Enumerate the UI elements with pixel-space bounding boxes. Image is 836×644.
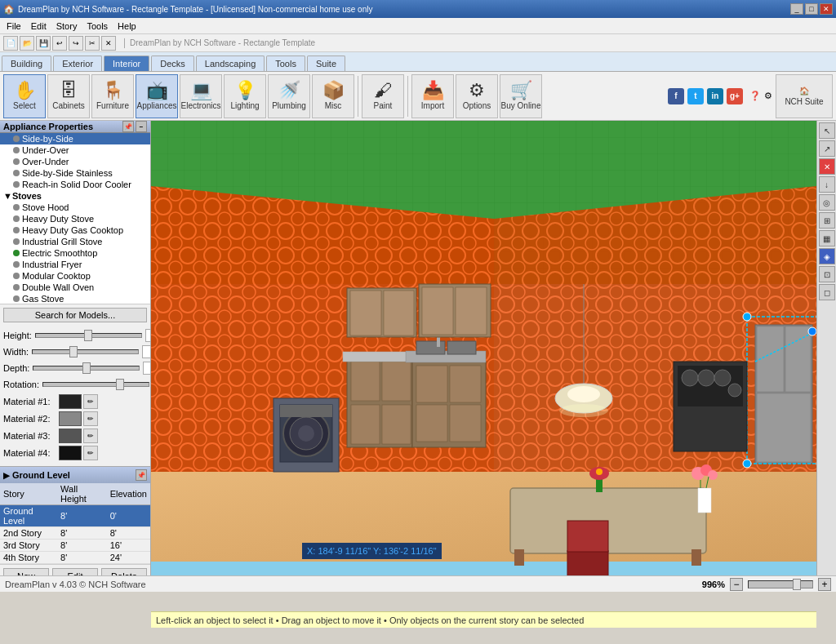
close-button[interactable]: ✕ <box>820 3 833 15</box>
tab-building[interactable]: Building <box>2 56 51 71</box>
tree-item-modular-cooktop[interactable]: Modular Cooktop <box>0 270 150 282</box>
undo-btn[interactable]: ↩ <box>52 36 67 51</box>
nch-suite-button[interactable]: 🏠 NCH Suite <box>776 74 833 118</box>
title-controls[interactable]: _ □ ✕ <box>790 3 833 15</box>
furniture-tool-button[interactable]: 🪑 Furniture <box>91 74 134 118</box>
help-link[interactable]: ❓ <box>749 91 761 101</box>
material-2-swatch[interactable] <box>59 411 82 426</box>
tree-item-side-by-side[interactable]: Side-by-Side <box>0 133 150 144</box>
menu-tools[interactable]: Tools <box>82 20 113 33</box>
save-btn[interactable]: 💾 <box>36 36 51 51</box>
lighting-tool-button[interactable]: 💡 Lighting <box>224 74 266 118</box>
material-4-edit[interactable]: ✏ <box>83 446 98 460</box>
tab-decks[interactable]: Decks <box>151 56 194 71</box>
3d-viewport[interactable]: ? − + ⟳ ↺ ↻ X: 184'-9 11/16" Y: 136'-2 1… <box>151 121 816 575</box>
minimize-button[interactable]: _ <box>790 3 803 15</box>
material-1-edit[interactable]: ✏ <box>83 394 98 409</box>
menu-file[interactable]: File <box>2 20 26 33</box>
buy-online-tool-button[interactable]: 🛒 Buy Online <box>500 74 542 118</box>
tab-interior[interactable]: Interior <box>104 56 149 71</box>
rt-delete-btn[interactable]: ✕ <box>819 158 835 175</box>
rotation-slider[interactable] <box>42 382 149 387</box>
rt-cursor-btn[interactable]: ↗ <box>819 140 835 157</box>
tree-item-stove-hood[interactable]: Stove Hood <box>0 202 150 213</box>
import-tool-button[interactable]: 📥 Import <box>411 74 454 118</box>
redo-btn[interactable]: ↪ <box>69 36 83 51</box>
new-story-button[interactable]: New Story <box>3 568 49 575</box>
height-value[interactable] <box>145 329 151 342</box>
tree-item-under-over[interactable]: Under-Over <box>0 144 150 156</box>
search-models-button[interactable]: Search for Models... <box>3 308 147 322</box>
collapse-button[interactable]: − <box>136 121 147 132</box>
depth-slider[interactable] <box>33 366 140 371</box>
tree-item-heavy-duty-stove[interactable]: Heavy Duty Stove <box>0 213 150 224</box>
edit-story-button[interactable]: Edit <box>52 568 98 575</box>
ground-header-pin[interactable]: 📌 <box>136 469 147 481</box>
tree-item-reach-in[interactable]: Reach-in Solid Door Cooler <box>0 179 150 190</box>
appliance-tree[interactable]: Side-by-Side Under-Over Over-Under Side-… <box>0 133 150 304</box>
material-3-swatch[interactable] <box>59 429 82 443</box>
settings-link[interactable]: ⚙ <box>764 91 772 101</box>
tree-item-double-wall-oven[interactable]: Double Wall Oven <box>0 282 150 293</box>
zoom-out-button[interactable]: − <box>730 578 743 591</box>
open-btn[interactable]: 📂 <box>20 36 34 51</box>
height-slider[interactable] <box>35 333 142 338</box>
ground-collapse-icon[interactable]: ▶ <box>3 471 10 480</box>
rt-box-btn[interactable]: ◻ <box>819 284 835 300</box>
tree-item-side-by-side-stainless[interactable]: Side-by-Side Stainless <box>0 167 150 179</box>
twitter-btn[interactable]: t <box>687 88 704 104</box>
depth-value[interactable] <box>143 362 151 375</box>
story-row-4th[interactable]: 4th Story 8' 24' <box>0 552 150 564</box>
maximize-button[interactable]: □ <box>805 3 818 15</box>
tab-exterior[interactable]: Exterior <box>53 56 102 71</box>
material-1-swatch[interactable] <box>59 394 82 409</box>
select-tool-button[interactable]: ✋ Select <box>3 74 46 118</box>
zoom-in-button[interactable]: + <box>818 578 831 591</box>
width-value[interactable] <box>142 345 151 358</box>
facebook-btn[interactable]: f <box>668 88 684 104</box>
tree-group-stoves[interactable]: ▼ Stoves <box>0 190 150 202</box>
tree-item-heavy-duty-gas[interactable]: Heavy Duty Gas Cooktop <box>0 224 150 236</box>
tree-item-electric-smoothtop[interactable]: Electric Smoothtop <box>0 247 150 259</box>
menu-edit[interactable]: Edit <box>26 20 51 33</box>
close-doc-btn[interactable]: ✕ <box>101 36 116 51</box>
paint-tool-button[interactable]: 🖌 Paint <box>362 74 404 118</box>
rt-wire-btn[interactable]: ⊡ <box>819 266 835 282</box>
electronics-tool-button[interactable]: 💻 Electronics <box>180 74 222 118</box>
tree-item-industrial-fryer[interactable]: Industrial Fryer <box>0 259 150 270</box>
pin-button[interactable]: 📌 <box>122 121 134 132</box>
appliances-tool-button[interactable]: 📺 Appliances <box>136 74 178 118</box>
plumbing-tool-button[interactable]: 🚿 Plumbing <box>268 74 310 118</box>
tab-landscaping[interactable]: Landscaping <box>196 56 265 71</box>
zoom-slider[interactable] <box>748 580 813 588</box>
cut-btn[interactable]: ✂ <box>85 36 100 51</box>
menu-help[interactable]: Help <box>113 20 141 33</box>
material-2-row: Material #2: ✏ <box>3 411 147 426</box>
material-3-edit[interactable]: ✏ <box>83 429 98 443</box>
width-slider[interactable] <box>32 349 139 354</box>
delete-story-button[interactable]: Delete <box>101 568 147 575</box>
rt-orbit-btn[interactable]: ◎ <box>819 194 835 211</box>
tree-item-gas-stove[interactable]: Gas Stove <box>0 293 150 304</box>
tree-item-industrial-grill[interactable]: Industrial Grill Stove <box>0 236 150 247</box>
linkedin-btn[interactable]: in <box>707 88 723 104</box>
rt-3d-btn[interactable]: ◈ <box>819 248 835 264</box>
tab-suite[interactable]: Suite <box>307 56 345 71</box>
tree-item-over-under[interactable]: Over-Under <box>0 156 150 167</box>
options-tool-button[interactable]: ⚙ Options <box>456 74 498 118</box>
menu-story[interactable]: Story <box>51 20 82 33</box>
story-row-3rd[interactable]: 3rd Story 8' 16' <box>0 540 150 552</box>
new-btn[interactable]: 📄 <box>3 36 18 51</box>
story-row-ground[interactable]: Ground Level 8' 0' <box>0 505 150 527</box>
tab-tools[interactable]: Tools <box>266 56 305 71</box>
rt-grid-btn[interactable]: ⊞ <box>819 212 835 229</box>
cabinets-tool-button[interactable]: 🗄 Cabinets <box>47 74 90 118</box>
material-4-swatch[interactable] <box>59 446 82 460</box>
rt-texture-btn[interactable]: ▦ <box>819 230 835 246</box>
material-2-edit[interactable]: ✏ <box>83 411 98 426</box>
misc-tool-button[interactable]: 📦 Misc <box>312 74 354 118</box>
story-row-2nd[interactable]: 2nd Story 8' 8' <box>0 527 150 540</box>
google-btn[interactable]: g+ <box>727 88 743 104</box>
rt-down-btn[interactable]: ↓ <box>819 176 835 193</box>
rt-arrow-btn[interactable]: ↖ <box>819 122 835 139</box>
